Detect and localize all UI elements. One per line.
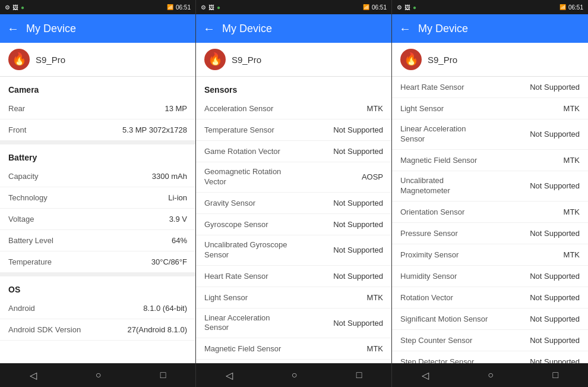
circle-icon-2: ● <box>217 4 220 11</box>
status-bar-left-2: ⚙ 🖼 ● <box>201 4 220 11</box>
nav-home-3[interactable]: ○ <box>488 370 494 380</box>
row-temperature: Temperature 30°C/86°F <box>0 251 195 273</box>
label-light-p2: Light Sensor <box>204 293 294 302</box>
label-game-rot: Game Rotation Vector <box>204 147 294 156</box>
row-sig-motion: Significant Motion Sensor Not Supported <box>392 309 588 330</box>
value-game-rot: Not Supported <box>294 147 384 156</box>
label-heart-p3: Heart Rate Sensor <box>400 83 490 92</box>
row-front: Front 5.3 MP 3072x1728 <box>0 119 195 141</box>
nav-recent-3[interactable]: □ <box>553 370 559 380</box>
nav-home-1[interactable]: ○ <box>96 370 102 380</box>
status-bar-left-1: ⚙ 🖼 ● <box>5 4 24 11</box>
row-light-p3: Light Sensor MTK <box>392 98 588 119</box>
label-battery-level: Battery Level <box>8 236 98 245</box>
nav-back-2[interactable]: ◁ <box>226 370 233 381</box>
value-linear-p2: Not Supported <box>294 319 384 328</box>
value-linear-p3: Not Supported <box>490 130 580 139</box>
label-mag-p2: Magnetic Field Sensor <box>204 344 294 353</box>
value-mag-p3: MTK <box>490 156 580 165</box>
time-1: 06:51 <box>176 4 191 11</box>
nav-bar-1: ◁ ○ □ <box>0 363 195 387</box>
device-header-2: 🔥 S9_Pro <box>196 43 391 77</box>
status-bar-right-1: 📶 06:51 <box>167 4 191 11</box>
label-accel: Acceleration Sensor <box>204 104 294 113</box>
image-icon: 🖼 <box>12 4 18 11</box>
value-step-counter: Not Supported <box>490 336 580 345</box>
row-android: Android 8.1.0 (64-bit) <box>0 298 195 319</box>
content-1: Camera Rear 13 MP Front 5.3 MP 3072x1728… <box>0 77 195 363</box>
value-light-p2: MTK <box>294 293 384 302</box>
value-step-detector: Not Supported <box>490 357 580 363</box>
nav-recent-1[interactable]: □ <box>160 370 166 380</box>
label-sdk: Android SDK Version <box>8 325 98 334</box>
value-heart-p2: Not Supported <box>294 272 384 281</box>
device-name-3: S9_Pro <box>428 55 457 65</box>
app-bar-2: ← My Device <box>196 14 391 43</box>
label-step-detector: Step Detector Sensor <box>400 357 490 363</box>
value-sdk: 27(Android 8.1.0) <box>98 325 188 334</box>
row-uncal-gyro: Uncalibrated Gyroscope Sensor Not Suppor… <box>196 235 391 266</box>
value-accel: MTK <box>294 104 384 113</box>
app-bar-title-2: My Device <box>222 23 272 35</box>
row-game-rot: Game Rotation Vector Not Supported <box>196 141 391 162</box>
row-rot-vec: Rotation Vector Not Supported <box>392 287 588 309</box>
section-os-title: OS <box>0 276 195 298</box>
label-sig-motion: Significant Motion Sensor <box>400 314 490 323</box>
row-step-detector: Step Detector Sensor Not Supported <box>392 351 588 363</box>
row-temp-sensor: Temperature Sensor Not Supported <box>196 119 391 141</box>
value-light-p3: MTK <box>490 104 580 113</box>
label-gyro: Gyroscope Sensor <box>204 220 294 229</box>
panel-2: ⚙ 🖼 ● 📶 06:51 ← My Device 🔥 S9_Pro Senso… <box>196 0 392 387</box>
nav-back-3[interactable]: ◁ <box>422 370 429 381</box>
app-bar-title-1: My Device <box>26 23 76 35</box>
label-light-p3: Light Sensor <box>400 104 490 113</box>
value-gyro: Not Supported <box>294 220 384 229</box>
device-name-2: S9_Pro <box>232 55 261 65</box>
status-bar-2: ⚙ 🖼 ● 📶 06:51 <box>196 0 391 14</box>
status-bar-right-3: 📶 06:51 <box>559 4 583 11</box>
label-pressure: Pressure Sensor <box>400 229 490 238</box>
nav-recent-2[interactable]: □ <box>356 370 362 380</box>
label-humidity: Humidity Sensor <box>400 272 490 281</box>
content-2: Sensors Acceleration Sensor MTK Temperat… <box>196 77 391 363</box>
status-bar-right-2: 📶 06:51 <box>363 4 387 11</box>
row-capacity: Capacity 3300 mAh <box>0 166 195 187</box>
back-button-2[interactable]: ← <box>203 22 215 36</box>
row-mag-p2: Magnetic Field Sensor MTK <box>196 338 391 360</box>
nav-home-2[interactable]: ○ <box>292 370 298 380</box>
status-bar-1: ⚙ 🖼 ● 📶 06:51 <box>0 0 195 14</box>
app-bar-1: ← My Device <box>0 14 195 43</box>
label-front: Front <box>8 125 98 134</box>
value-humidity: Not Supported <box>490 272 580 281</box>
app-bar-title-3: My Device <box>418 23 468 35</box>
value-technology: Li-ion <box>98 193 188 202</box>
svg-text:🔥: 🔥 <box>12 52 27 66</box>
value-gravity: Not Supported <box>294 199 384 207</box>
label-rot-vec: Rotation Vector <box>400 293 490 302</box>
label-mag-p3: Magnetic Field Sensor <box>400 156 490 165</box>
row-gyro: Gyroscope Sensor Not Supported <box>196 214 391 235</box>
value-temp-sensor: Not Supported <box>294 125 384 134</box>
device-logo-2: 🔥 <box>204 49 226 70</box>
label-heart-p2: Heart Rate Sensor <box>204 272 294 281</box>
row-gravity: Gravity Sensor Not Supported <box>196 193 391 214</box>
back-button-1[interactable]: ← <box>7 22 19 36</box>
value-orient: MTK <box>490 207 580 216</box>
panel-1: ⚙ 🖼 ● 📶 06:51 ← My Device 🔥 S9_Pro Camer… <box>0 0 196 387</box>
image-icon-3: 🖼 <box>404 4 410 11</box>
row-proximity: Proximity Sensor MTK <box>392 244 588 266</box>
section-battery-title: Battery <box>0 144 195 166</box>
label-geo-rot: Geomagnetic Rotation Vector <box>204 167 294 187</box>
label-temperature: Temperature <box>8 257 98 266</box>
circle-icon: ● <box>21 4 24 11</box>
value-voltage: 3.9 V <box>98 215 188 224</box>
nav-back-1[interactable]: ◁ <box>30 370 37 381</box>
settings-icon: ⚙ <box>5 4 10 11</box>
label-proximity: Proximity Sensor <box>400 250 490 259</box>
row-light-p2: Light Sensor MTK <box>196 287 391 309</box>
label-linear-p3: Linear Acceleration Sensor <box>400 124 490 144</box>
back-button-3[interactable]: ← <box>399 22 411 36</box>
row-sdk: Android SDK Version 27(Android 8.1.0) <box>0 319 195 341</box>
label-temp-sensor: Temperature Sensor <box>204 125 294 134</box>
row-linear-p2: Linear Acceleration Sensor Not Supported <box>196 309 391 339</box>
